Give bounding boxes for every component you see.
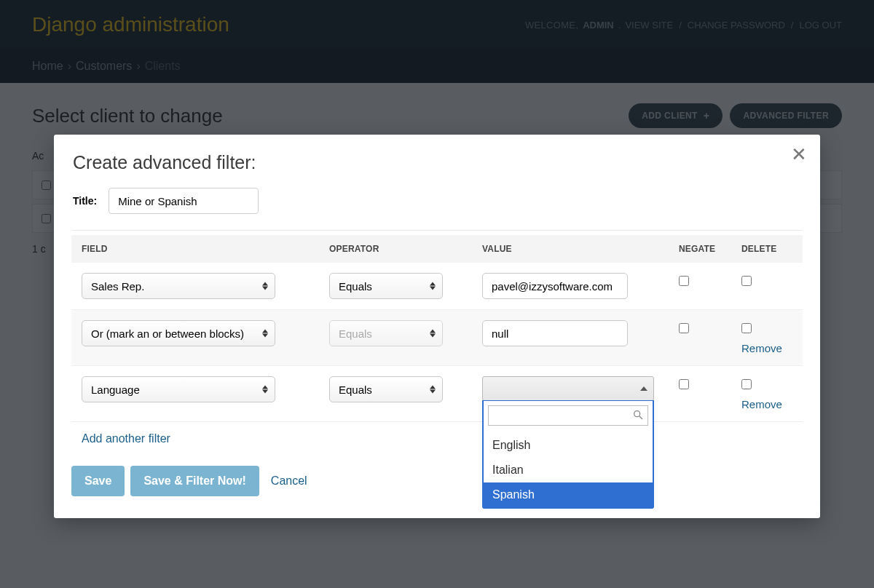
combobox-option[interactable]: English — [484, 433, 653, 458]
field-select[interactable]: Or (mark an or between blocks) — [82, 320, 275, 346]
delete-checkbox[interactable] — [741, 323, 752, 333]
col-delete: DELETE — [741, 244, 814, 254]
operator-select: Equals — [329, 320, 443, 346]
operator-select[interactable]: Equals — [329, 376, 443, 402]
modal-overlay: ✕ Create advanced filter: Title: FIELD O… — [0, 0, 874, 588]
delete-checkbox[interactable] — [741, 276, 752, 286]
combobox-list: English Italian Spanish — [484, 430, 653, 507]
close-icon[interactable]: ✕ — [791, 143, 807, 166]
operator-select[interactable]: Equals — [329, 273, 443, 299]
save-filter-now-button[interactable]: Save & Filter Now! — [130, 466, 259, 496]
advanced-filter-modal: ✕ Create advanced filter: Title: FIELD O… — [54, 135, 820, 518]
value-input[interactable] — [482, 320, 628, 346]
col-negate: NEGATE — [679, 244, 741, 254]
title-label: Title: — [73, 195, 97, 207]
remove-row-link[interactable]: Remove — [741, 398, 782, 410]
delete-checkbox[interactable] — [741, 379, 752, 389]
combobox-search-input[interactable] — [488, 405, 648, 426]
combobox-dropdown: English Italian Spanish — [482, 400, 654, 509]
chevron-up-icon — [640, 386, 647, 391]
field-select[interactable]: Sales Rep. — [82, 273, 275, 299]
modal-title: Create advanced filter: — [73, 152, 801, 173]
field-select[interactable]: Language — [82, 376, 275, 402]
col-operator: OPERATOR — [329, 244, 482, 254]
col-field: FIELD — [82, 244, 329, 254]
filter-table-header: FIELD OPERATOR VALUE NEGATE DELETE — [71, 235, 803, 263]
negate-checkbox[interactable] — [679, 379, 689, 389]
search-icon — [632, 409, 644, 424]
negate-checkbox[interactable] — [679, 276, 689, 286]
svg-line-1 — [639, 416, 642, 419]
combobox-toggle[interactable] — [482, 376, 654, 401]
save-button[interactable]: Save — [71, 466, 125, 496]
filter-row: Or (mark an or between blocks) Equals Re… — [71, 310, 803, 366]
filter-row: Sales Rep. Equals — [71, 263, 803, 310]
negate-checkbox[interactable] — [679, 323, 689, 333]
filter-title-input[interactable] — [109, 188, 259, 214]
value-input[interactable] — [482, 273, 628, 299]
add-filter-link[interactable]: Add another filter — [82, 432, 170, 445]
combobox-option[interactable]: Spanish — [484, 482, 653, 507]
filter-row: Language Equals — [71, 366, 803, 422]
combobox-option[interactable]: Italian — [484, 458, 653, 482]
value-combobox[interactable]: English Italian Spanish — [482, 376, 679, 401]
cancel-link[interactable]: Cancel — [271, 474, 307, 488]
svg-point-0 — [634, 411, 640, 417]
remove-row-link[interactable]: Remove — [741, 342, 782, 354]
col-value: VALUE — [482, 244, 679, 254]
